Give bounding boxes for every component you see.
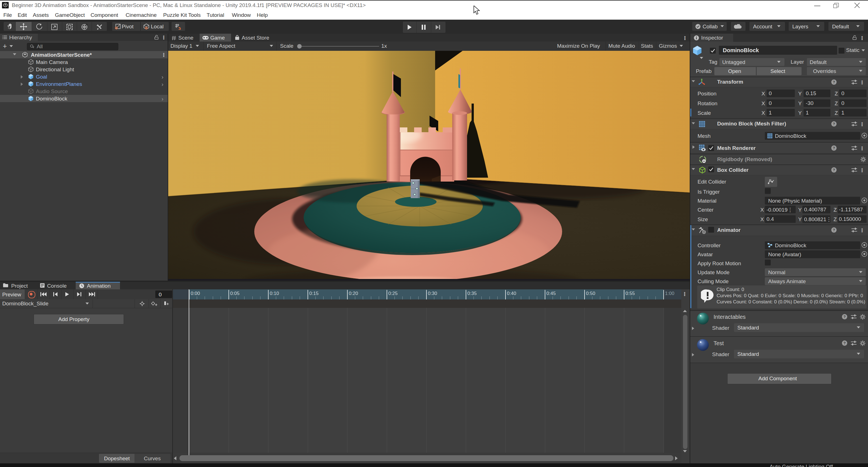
svg-text:?: ?	[833, 122, 835, 126]
svg-text:?: ?	[833, 80, 835, 84]
svg-text:?: ?	[833, 228, 835, 232]
svg-text:?: ?	[833, 168, 835, 172]
svg-text:?: ?	[833, 146, 835, 150]
svg-text:?: ?	[844, 315, 846, 319]
svg-text:?: ?	[844, 341, 846, 345]
